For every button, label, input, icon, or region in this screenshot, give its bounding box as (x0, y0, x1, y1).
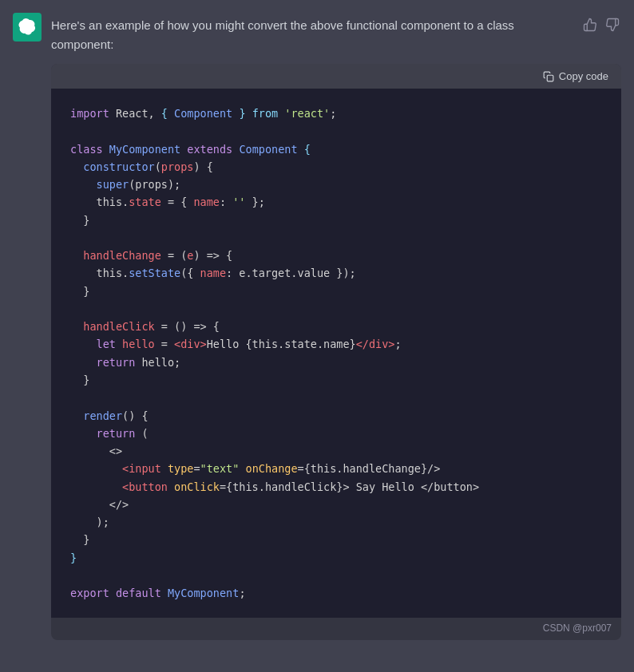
svg-rect-0 (547, 75, 553, 81)
thumbs-up-button[interactable] (581, 16, 599, 34)
code-block-header: Copy code (51, 64, 621, 89)
chat-message: Here's an example of how you might conve… (13, 13, 621, 640)
copy-code-label: Copy code (559, 70, 608, 82)
message-text: Here's an example of how you might conve… (51, 13, 575, 54)
thumbs-down-button[interactable] (604, 16, 621, 34)
copy-code-button[interactable]: Copy code (540, 69, 612, 84)
code-pre: import React, { Component } from 'react'… (70, 105, 602, 602)
code-content: import React, { Component } from 'react'… (51, 89, 621, 618)
avatar (13, 13, 42, 42)
code-block: Copy code import React, { Component } fr… (51, 64, 621, 640)
watermark: CSDN @pxr007 (51, 618, 621, 640)
